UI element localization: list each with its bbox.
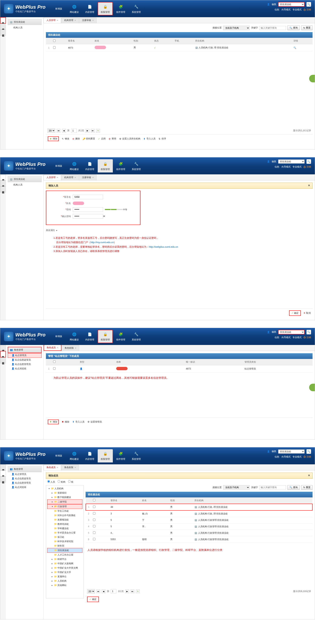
site-selector[interactable]: 招生就业处 (278, 160, 304, 164)
eye-icon[interactable]: 👁 (103, 215, 105, 218)
logout-button[interactable]: ⏻ 注销 (304, 165, 311, 168)
nav-content[interactable]: 📄内容管理 (82, 449, 97, 462)
tree-item[interactable]: ▸📁中国矿大新闻网 (47, 562, 82, 566)
nav-perm[interactable]: 🔒权限管理 (98, 330, 113, 343)
row-checkbox[interactable] (53, 367, 56, 370)
tab-person-mgmt[interactable]: 人员管理✕ (44, 174, 61, 180)
close-icon[interactable]: ✕ (75, 347, 76, 349)
tree-item[interactable]: 📁保卫处 (47, 535, 82, 539)
nav-site[interactable]: 🌐网站建设 (67, 330, 82, 343)
header-search-button[interactable]: 🔍 (306, 449, 311, 454)
row-checkbox[interactable] (53, 46, 56, 49)
table-row[interactable]: 148男🏢 人员机构·行政..理·招生就业处 (86, 504, 312, 510)
nav-site[interactable]: 🌐网站建设 (67, 159, 82, 172)
add-button[interactable]: ✚增加 (48, 420, 59, 424)
confirm-button[interactable]: ✓确定 (87, 596, 99, 602)
reset-button[interactable]: ↻ 重置 (301, 26, 312, 30)
row-checkbox[interactable] (93, 532, 96, 534)
nav-comp[interactable]: 🧩组件管理 (113, 2, 128, 15)
left-tab-user[interactable]: 用户管理 (0, 345, 6, 351)
select-all-checkbox[interactable] (93, 499, 96, 501)
site-selector[interactable]: 招生就业处 (278, 330, 304, 334)
header-search-button[interactable]: 🔍 (306, 330, 311, 334)
tree-site-admin[interactable]: 👤站点管理员 (8, 472, 42, 476)
page-input[interactable] (71, 129, 77, 133)
left-tab-perm[interactable]: 权限分配 (0, 186, 6, 192)
sidebar-item-members[interactable]: 机构人员 (8, 25, 42, 30)
radio-person[interactable]: 人员 (48, 480, 55, 484)
tree-item[interactable]: ▸📁科研平台 (47, 557, 82, 562)
close-icon[interactable]: ✕ (92, 19, 94, 21)
logout-button[interactable]: ⏻ 注销 (304, 455, 311, 458)
nav-perm[interactable]: 🔒权限管理 (98, 2, 113, 15)
tree-super-admin[interactable]: 👤站点信息超管员 (8, 358, 42, 362)
tree-item[interactable]: ▸📁中国矿业大学 (47, 570, 82, 574)
reset-pwd-button[interactable]: 🔑密码重置 (82, 137, 95, 140)
magnifier-icon[interactable]: 🔍 (294, 46, 296, 49)
page-input[interactable] (111, 589, 116, 593)
prev-page-button[interactable]: ◀ (102, 590, 106, 593)
portal-link[interactable]: http://my.cumt.edu.cn (90, 241, 114, 244)
nav-site[interactable]: 🌐网站建设 (67, 449, 82, 462)
left-tab-user[interactable]: 用户管理 (0, 17, 6, 24)
left-tab-role[interactable]: 角色管理 (0, 470, 6, 476)
table-row[interactable]: 23杨..白男🏢 人员机构·行政..理·招生就业处 (86, 510, 312, 517)
nav-site[interactable]: 🌐网站建设 (67, 2, 82, 15)
left-tab-perm[interactable]: 权限分配 (0, 30, 6, 36)
table-row[interactable]: 1👤4873站点管理员 (46, 365, 312, 372)
nav-content[interactable]: 📄内容管理 (82, 330, 97, 343)
tab-role-members[interactable]: 角色成员✕ (44, 344, 62, 351)
nav-perm[interactable]: 🔒权限管理 (98, 449, 113, 462)
nav-std[interactable]: 标准版 (51, 330, 66, 343)
prev-page-button[interactable]: ◀ (62, 129, 66, 132)
radio-group[interactable]: 组 (68, 480, 73, 484)
refresh-button[interactable]: ↻ (96, 129, 100, 132)
keyword-input[interactable] (260, 26, 286, 30)
tree-item[interactable]: 📁对外合作与发展处 (47, 513, 82, 518)
import-button[interactable]: ⬆导入人员 (143, 137, 156, 140)
tree-item[interactable]: 📁教师培训处 (47, 522, 82, 526)
tab-role-members[interactable]: 角色成员✕ (44, 464, 61, 470)
pro-mode-link[interactable]: 专业模式 (292, 8, 302, 11)
tree-item[interactable]: ▸📁数字校园建设 (47, 495, 82, 500)
nav-std[interactable]: 标准版 (51, 2, 66, 15)
sidebar-item-members[interactable]: 机构人员 (8, 182, 42, 188)
scope-select[interactable]: 当前及子机构 (223, 26, 250, 30)
tab-org-mgmt[interactable]: 机构管理✕ (62, 174, 79, 180)
close-icon[interactable]: ✕ (57, 19, 58, 21)
tree-info-admin[interactable]: 👤站点信息管理员 (8, 481, 42, 485)
row-checkbox[interactable] (93, 525, 96, 528)
tree-root[interactable]: ▾📁人员机构 (47, 486, 82, 491)
tree-item[interactable]: 📁科学技术研究院 (47, 539, 82, 544)
nav-sys[interactable]: 🔧系统管理 (129, 449, 144, 462)
nav-std[interactable]: 标准版 (51, 159, 66, 172)
nav-comp[interactable]: 🧩组件管理 (113, 449, 128, 462)
query-button[interactable]: 🔍 查询 (288, 485, 300, 490)
page-size-select[interactable]: 20 (48, 128, 55, 133)
left-tab-user[interactable]: 用户管理 (0, 174, 6, 180)
tree-item[interactable]: ▸📁党群组织 (47, 491, 82, 495)
import-button[interactable]: ⬆导入人员 (72, 420, 84, 424)
page-size-select[interactable]: 20 (87, 589, 95, 594)
first-page-button[interactable]: ⏮ (96, 590, 100, 593)
tree-info-admin[interactable]: 👤站点信息管理员 (8, 362, 42, 366)
table-row[interactable]: 1 4873男√🏢 人员机构·行政..理·招生就业处🔍 (46, 44, 312, 52)
site-selector[interactable]: 招生就业处 (278, 2, 304, 6)
tree-item[interactable]: 📁人才工作办公室 (47, 553, 82, 557)
row-checkbox[interactable] (93, 506, 96, 508)
nav-content[interactable]: 📄内容管理 (82, 2, 97, 15)
confirm-button[interactable]: ✓确定 (289, 310, 301, 316)
set-admin-button[interactable]: ⚙设置管理员 (87, 420, 102, 424)
add-button[interactable]: ✚增加 (48, 136, 59, 141)
close-icon[interactable]: ✕ (74, 466, 76, 468)
nav-comp[interactable]: 🧩组件管理 (113, 159, 128, 172)
refresh-button[interactable]: ↻ (136, 590, 140, 593)
left-tab-role[interactable]: 角色管理 (0, 24, 6, 30)
table-row[interactable]: 45李..男🏢 人员机构·行政管理·招生就业处 (86, 523, 312, 530)
close-icon[interactable]: ✕ (57, 347, 58, 349)
logout-button[interactable]: ⏻ 注销 (304, 8, 311, 11)
row-checkbox[interactable] (93, 512, 96, 514)
tree-item[interactable]: ▸📁直属单位 (47, 574, 82, 579)
close-icon[interactable]: ✕ (57, 466, 58, 468)
next-page-button[interactable]: ▶ (125, 590, 129, 593)
